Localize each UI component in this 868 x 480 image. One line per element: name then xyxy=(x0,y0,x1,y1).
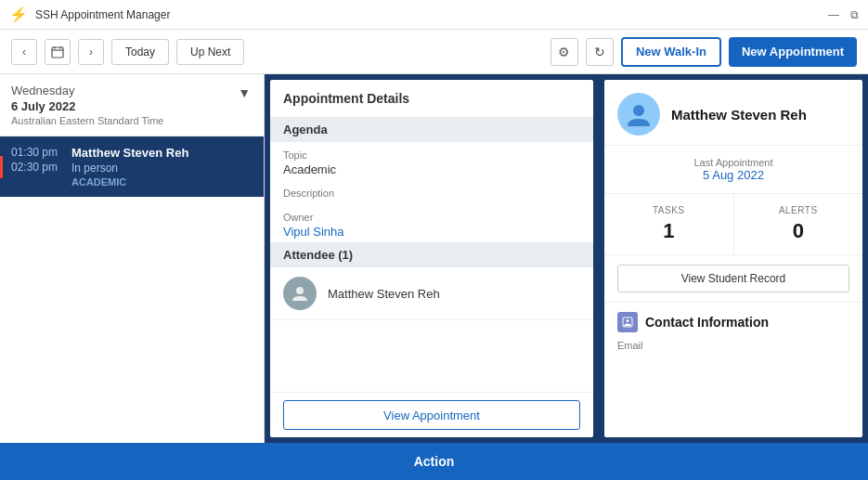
appointment-details-scroll[interactable]: Appointment Details Agenda Topic Academi… xyxy=(270,80,593,392)
tasks-value: 1 xyxy=(614,219,724,243)
date-header: Wednesday 6 July 2022 Australian Eastern… xyxy=(0,74,264,136)
appointment-details-card: Appointment Details Agenda Topic Academi… xyxy=(270,80,593,437)
email-label: Email xyxy=(617,340,849,351)
owner-field: Owner Vipul Sinha xyxy=(270,204,593,242)
tasks-stat: TASKS 1 xyxy=(604,194,734,254)
contact-info-section: Contact Information Email xyxy=(604,303,862,357)
owner-label: Owner xyxy=(283,212,580,223)
filter-icon: ▼ xyxy=(238,85,251,100)
calendar-icon-button[interactable] xyxy=(45,39,71,65)
stats-row: TASKS 1 ALERTS 0 xyxy=(604,194,862,255)
title-bar-controls: — ⧉ xyxy=(828,8,859,21)
refresh-button[interactable]: ↻ xyxy=(586,38,614,66)
attendee-section-header: Attendee (1) xyxy=(270,242,593,267)
minimize-button[interactable]: — xyxy=(828,8,839,21)
alerts-stat: ALERTS 0 xyxy=(734,194,863,254)
topic-field: Topic Academic xyxy=(270,142,593,180)
appointment-time: 01:30 pm 02:30 pm xyxy=(11,146,62,174)
appointment-start-time: 01:30 pm xyxy=(11,146,62,159)
appointment-student-name: Matthew Steven Reh xyxy=(71,146,188,160)
attendee-avatar xyxy=(283,277,317,310)
refresh-icon: ↻ xyxy=(594,45,605,59)
svg-rect-0 xyxy=(52,47,63,58)
main-content: Wednesday 6 July 2022 Australian Eastern… xyxy=(0,74,868,480)
gear-icon: ⚙ xyxy=(558,45,570,59)
alerts-value: 0 xyxy=(744,219,854,243)
new-appointment-button[interactable]: New Appointment xyxy=(729,37,857,67)
date-timezone: Australian Eastern Standard Time xyxy=(11,115,163,126)
app-title: SSH Appointment Manager xyxy=(35,8,170,21)
svg-point-5 xyxy=(633,105,644,116)
contact-info-icon xyxy=(617,312,638,332)
right-panel: Matthew Steven Reh Last Appointment 5 Au… xyxy=(599,74,868,443)
alerts-label: ALERTS xyxy=(744,205,854,215)
agenda-section-header: Agenda xyxy=(270,117,593,142)
next-nav-button[interactable]: › xyxy=(78,39,104,65)
student-scroll[interactable]: Matthew Steven Reh Last Appointment 5 Au… xyxy=(604,80,862,437)
view-student-btn-container: View Student Record xyxy=(604,255,862,303)
date-full: 6 July 2022 xyxy=(11,99,163,113)
view-student-record-button[interactable]: View Student Record xyxy=(617,265,849,292)
student-header: Matthew Steven Reh xyxy=(604,80,862,146)
student-card: Matthew Steven Reh Last Appointment 5 Au… xyxy=(604,80,862,437)
last-appointment-label: Last Appointment xyxy=(617,157,849,168)
topic-label: Topic xyxy=(283,149,580,161)
center-panel: Appointment Details Agenda Topic Academi… xyxy=(265,74,599,443)
appointment-end-time: 02:30 pm xyxy=(11,161,62,174)
app-icon: ⚡ xyxy=(9,6,28,23)
date-weekday: Wednesday xyxy=(11,84,163,97)
appointment-info: Matthew Steven Reh In person ACADEMIC xyxy=(71,146,188,188)
title-bar: ⚡ SSH Appointment Manager — ⧉ xyxy=(0,0,868,30)
topic-value: Academic xyxy=(283,162,580,176)
upnext-button[interactable]: Up Next xyxy=(176,39,244,65)
today-button[interactable]: Today xyxy=(111,39,169,65)
last-appointment-section: Last Appointment 5 Aug 2022 xyxy=(604,146,862,194)
last-appointment-date: 5 Aug 2022 xyxy=(617,168,849,182)
settings-button[interactable]: ⚙ xyxy=(551,38,578,66)
attendee-name: Matthew Steven Reh xyxy=(328,287,440,301)
prev-nav-button[interactable]: ‹ xyxy=(11,39,37,65)
date-info: Wednesday 6 July 2022 Australian Eastern… xyxy=(11,84,163,126)
toolbar: ‹ › Today Up Next ⚙ ↻ New Walk-In New Ap… xyxy=(0,30,868,74)
details-panel-title: Appointment Details xyxy=(270,80,593,117)
svg-point-7 xyxy=(627,319,629,322)
tasks-label: TASKS xyxy=(614,205,724,215)
svg-point-4 xyxy=(296,287,304,294)
appointment-entry[interactable]: 01:30 pm 02:30 pm Matthew Steven Reh In … xyxy=(0,136,264,197)
description-label: Description xyxy=(283,188,580,199)
owner-value[interactable]: Vipul Sinha xyxy=(283,225,580,239)
contact-info-header: Contact Information xyxy=(617,312,849,332)
view-appointment-btn-container: View Appointment xyxy=(270,392,593,437)
student-avatar xyxy=(617,93,660,136)
attendee-row: Matthew Steven Reh xyxy=(270,267,593,320)
title-bar-left: ⚡ SSH Appointment Manager xyxy=(9,6,170,23)
action-bar-label: Action xyxy=(414,454,455,469)
action-bar[interactable]: Action xyxy=(0,443,868,480)
appointment-type: In person xyxy=(71,162,188,175)
contact-info-title: Contact Information xyxy=(645,315,769,330)
description-field: Description xyxy=(270,180,593,204)
new-walkin-button[interactable]: New Walk-In xyxy=(621,37,721,67)
left-panel: Wednesday 6 July 2022 Australian Eastern… xyxy=(0,74,265,443)
view-appointment-button[interactable]: View Appointment xyxy=(283,400,580,430)
appointment-category: ACADEMIC xyxy=(71,176,188,188)
filter-button[interactable]: ▼ xyxy=(236,84,253,102)
maximize-button[interactable]: ⧉ xyxy=(850,8,859,21)
student-name: Matthew Steven Reh xyxy=(671,107,807,123)
